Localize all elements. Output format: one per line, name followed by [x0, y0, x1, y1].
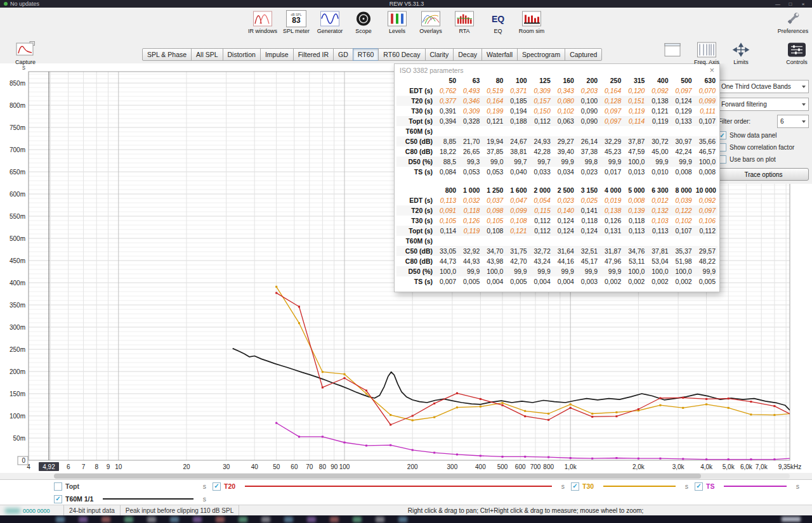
checkbox-show-correlation-factor[interactable]: Show correlation factor [718, 141, 809, 153]
tab-filtered-ir[interactable]: Filtered IR [293, 48, 334, 61]
tab-distortion[interactable]: Distortion [223, 48, 261, 61]
iso-row-edt-s: EDT (s)0,1130,0320,0370,0470,0540,0230,0… [396, 195, 717, 205]
taskbar-icon[interactable] [216, 517, 225, 522]
update-status-icon [4, 2, 8, 6]
rta-button[interactable]: RTA [449, 10, 480, 34]
checkbox-show-data-panel[interactable]: ✓Show data panel [718, 129, 809, 141]
window-title: REW V5.31.3 [143, 1, 670, 7]
overlays-button[interactable]: Overlays [416, 10, 446, 34]
scrollbar-thumb[interactable] [54, 474, 701, 479]
filtering-select[interactable]: Forward filtering [718, 98, 809, 111]
levels-icon [388, 10, 407, 27]
scope-button[interactable]: Scope [348, 10, 379, 34]
legend-checkbox-t60m-1-1[interactable]: ✓ [54, 495, 62, 503]
tab-impulse[interactable]: Impulse [260, 48, 294, 61]
taskbar-icon[interactable] [330, 517, 339, 522]
taskbar-icon[interactable] [398, 517, 407, 522]
taskbar-icon[interactable] [56, 517, 65, 522]
generator-icon [320, 10, 339, 27]
trace-ts [277, 423, 797, 459]
freq-header: 315 [623, 75, 646, 86]
legend-checkbox-ts[interactable]: ✓ [695, 482, 703, 491]
tab-captured[interactable]: Captured [565, 48, 602, 61]
iso-row-topt-s: Topt (s)0,1140,1190,1080,1210,1120,1240,… [396, 226, 717, 236]
bands-select-value: One Third Octave Bands [721, 83, 791, 90]
close-button[interactable]: × [797, 1, 809, 7]
tab-waterfall[interactable]: Waterfall [481, 48, 518, 61]
preferences-button[interactable]: Preferences [778, 10, 808, 34]
freq-header: 250 [599, 75, 623, 86]
iso-row-d50: D50 (%)100,099,9100,099,999,999,999,999,… [396, 266, 717, 276]
tab-spl-phase[interactable]: SPL & Phase [142, 48, 192, 61]
tab-all-spl[interactable]: All SPL [191, 48, 223, 61]
freq-axis-button[interactable]: Freq. Axis [694, 41, 719, 65]
minimize-button[interactable]: — [771, 1, 784, 7]
capture-button[interactable]: Capture [9, 41, 42, 65]
taskbar-icon[interactable] [193, 517, 202, 522]
svg-text:5,0k: 5,0k [723, 463, 735, 470]
svg-text:800m: 800m [10, 102, 25, 109]
legend-label: T60M 1/1 [65, 495, 93, 503]
freq-header: 800 [435, 185, 458, 195]
bands-select[interactable]: One Third Octave Bands [718, 80, 809, 93]
filter-order-select[interactable]: 6 [777, 115, 809, 128]
freq-header: 1 250 [481, 185, 505, 195]
y-axis-labels: 50m100m150m200m250m300m350m400m450m500m5… [10, 64, 28, 465]
tab-rt60-decay[interactable]: RT60 Decay [378, 48, 425, 61]
svg-text:400m: 400m [10, 280, 25, 287]
room-sim-button[interactable]: Room sim [516, 10, 547, 34]
iso-row-c50-db: C50 (dB)8,8521,7019,9424,6724,9329,2726,… [396, 136, 717, 146]
spl-meter-button[interactable]: dB SPL83 SPL meter [281, 10, 311, 34]
maximize-button[interactable]: □ [784, 1, 797, 7]
taskbar-icon[interactable] [147, 517, 156, 522]
svg-text:350m: 350m [10, 302, 25, 309]
taskbar-icon[interactable] [239, 517, 247, 522]
legend-checkbox-t20[interactable]: ✓ [213, 482, 221, 491]
freq-header: 10 000 [694, 185, 717, 195]
graph-window-button[interactable] [660, 41, 685, 58]
iso-row-t60m-s: T60M (s) [396, 236, 717, 246]
svg-text:3,0k: 3,0k [672, 463, 685, 470]
checkbox-use-bars-on-plot[interactable]: Use bars on plot [718, 153, 809, 165]
taskbar-icon[interactable] [284, 517, 293, 522]
taskbar-icon[interactable] [261, 517, 270, 522]
taskbar-icon[interactable] [102, 517, 110, 522]
svg-text:70: 70 [306, 463, 313, 470]
legend-label: TS [706, 482, 714, 490]
freq-header: 1 600 [505, 185, 528, 195]
eq-button[interactable]: EQ EQ [483, 10, 513, 34]
trace-options-button[interactable]: Trace options [718, 168, 809, 181]
tab-gd[interactable]: GD [333, 48, 353, 61]
svg-text:800: 800 [543, 463, 554, 470]
taskbar-icon[interactable] [170, 517, 179, 522]
iso-row-ts-s: TS (s)0,0840,0530,0530,0400,0330,0340,02… [396, 167, 717, 177]
spl-meter-icon: dB SPL83 [286, 10, 306, 27]
controls-button[interactable]: Controls [784, 41, 809, 65]
freq-header: 100 [505, 75, 528, 86]
tab-clarity[interactable]: Clarity [425, 48, 454, 61]
rt60-controls-panel: One Third Octave Bands Forward filtering… [714, 63, 812, 184]
legend-checkbox-topt[interactable] [54, 482, 62, 491]
svg-text:600m: 600m [10, 191, 25, 198]
taskbar-icon[interactable] [124, 517, 133, 522]
taskbar-icon[interactable] [79, 517, 88, 522]
taskbar-icon[interactable] [376, 517, 384, 522]
tab-decay[interactable]: Decay [453, 48, 482, 61]
tab-spectrogram[interactable]: Spectrogram [517, 48, 565, 61]
svg-text:2,0k: 2,0k [632, 463, 645, 470]
scope-icon [355, 10, 372, 27]
svg-text:4: 4 [27, 463, 30, 470]
legend-checkbox-t30[interactable]: ✓ [571, 482, 579, 491]
status-sample-counter: 0000 0000 [0, 505, 64, 516]
taskbar-icon[interactable] [307, 517, 316, 522]
svg-text:30: 30 [223, 463, 230, 470]
os-taskbar[interactable] [0, 515, 812, 523]
levels-button[interactable]: Levels [382, 10, 412, 34]
generator-button[interactable]: Generator [315, 10, 345, 34]
taskbar-icon[interactable] [353, 517, 362, 522]
ir-windows-button[interactable]: IR windows [247, 10, 278, 34]
limits-button[interactable]: Limits [728, 41, 754, 65]
close-icon[interactable]: × [708, 66, 716, 74]
legend-label: T20 [224, 482, 235, 490]
tab-rt60[interactable]: RT60 [353, 48, 379, 61]
